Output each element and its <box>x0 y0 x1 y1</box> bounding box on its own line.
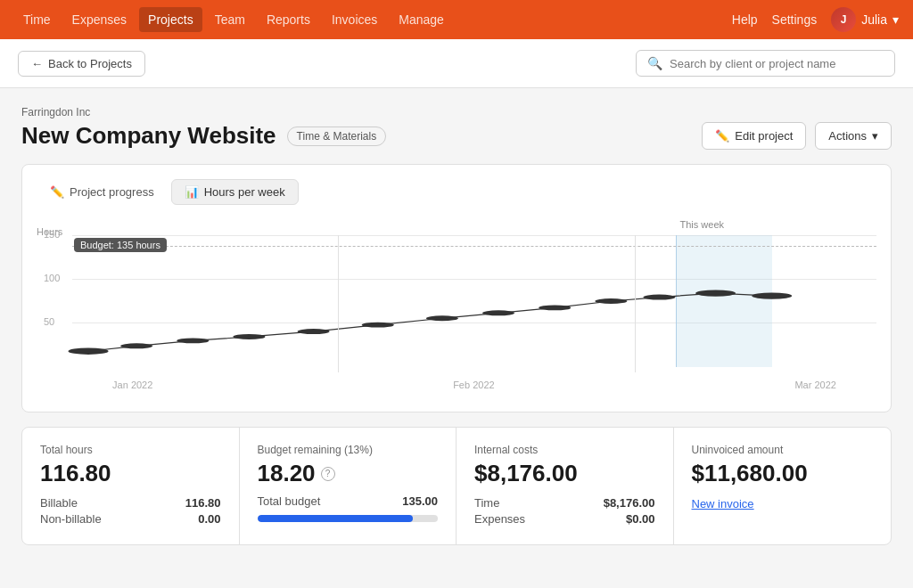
svg-point-5 <box>362 323 394 328</box>
x-label-feb: Feb 2022 <box>453 380 494 390</box>
stat-budget-remaining: Budget remaining (13%) 18.20 ? Total bud… <box>240 428 457 544</box>
non-billable-row: Non-billable 0.00 <box>40 512 221 526</box>
nav-right-controls: Help Settings J Julia ▾ <box>732 7 899 32</box>
chart-card: ✏️ Project progress 📊 Hours per week Hou… <box>21 164 892 412</box>
search-icon: 🔍 <box>647 56 662 70</box>
search-input[interactable] <box>670 57 884 70</box>
uninvoiced-label: Uninvoiced amount <box>692 444 874 456</box>
search-box[interactable]: 🔍 <box>636 50 895 77</box>
nav-item-reports[interactable]: Reports <box>258 7 319 32</box>
total-hours-value: 116.80 <box>40 460 221 487</box>
svg-point-9 <box>595 298 627 304</box>
chart-area: Hours 150 100 50 This week <box>37 219 876 397</box>
svg-point-3 <box>233 334 265 339</box>
expenses-row: Expenses $0.00 <box>474 512 655 526</box>
svg-point-8 <box>539 305 571 310</box>
budget-remaining-label: Budget remaining (13%) <box>258 444 439 456</box>
svg-point-2 <box>177 338 209 343</box>
back-label: Back to Projects <box>48 57 132 70</box>
nav-item-manage[interactable]: Manage <box>390 7 453 32</box>
stats-row: Total hours 116.80 Billable 116.80 Non-b… <box>21 427 892 545</box>
svg-point-7 <box>482 310 514 315</box>
bar-chart-icon: 📊 <box>185 185 199 199</box>
budget-progress-bar <box>258 515 439 522</box>
internal-costs-value: $8,176.00 <box>474 460 655 487</box>
svg-point-0 <box>68 348 108 355</box>
uninvoiced-value: $11,680.00 <box>692 460 874 487</box>
top-navigation: Time Expenses Projects Team Reports Invo… <box>0 0 913 39</box>
svg-point-6 <box>426 315 458 321</box>
nav-item-expenses[interactable]: Expenses <box>63 7 136 32</box>
user-menu[interactable]: J Julia ▾ <box>831 7 899 32</box>
total-hours-label: Total hours <box>40 444 221 456</box>
project-title-row: New Company Website Time & Materials ✏️ … <box>21 122 892 150</box>
svg-point-11 <box>695 290 736 296</box>
user-name: Julia <box>861 12 887 27</box>
pencil-icon: ✏️ <box>715 129 729 143</box>
stat-internal-costs: Internal costs $8,176.00 Time $8,176.00 … <box>456 428 674 544</box>
main-content: Farringdon Inc New Company Website Time … <box>0 88 913 563</box>
svg-point-10 <box>643 295 675 300</box>
project-actions: ✏️ Edit project Actions ▾ <box>702 122 892 150</box>
internal-costs-label: Internal costs <box>474 444 655 456</box>
x-label-jan: Jan 2022 <box>112 380 152 390</box>
this-week-label: This week <box>680 219 725 230</box>
nav-item-projects[interactable]: Projects <box>139 7 202 32</box>
help-link[interactable]: Help <box>732 12 758 27</box>
nav-item-team[interactable]: Team <box>206 7 254 32</box>
arrow-left-icon: ← <box>31 57 43 70</box>
x-divider-1 <box>338 235 339 372</box>
svg-point-12 <box>752 292 792 298</box>
avatar: J <box>831 7 856 32</box>
project-title: New Company Website <box>21 122 276 150</box>
budget-remaining-value: 18.20 <box>258 460 316 487</box>
chevron-down-icon: ▾ <box>892 12 899 27</box>
billable-row: Billable 116.80 <box>40 496 221 510</box>
client-name: Farringdon Inc <box>21 106 892 118</box>
settings-link[interactable]: Settings <box>772 12 818 27</box>
tab-hours-per-week[interactable]: 📊 Hours per week <box>171 179 299 205</box>
stat-uninvoiced: Uninvoiced amount $11,680.00 New invoice <box>674 428 892 544</box>
back-to-projects-button[interactable]: ← Back to Projects <box>18 51 145 77</box>
x-divider-2 <box>635 235 636 372</box>
tab-project-progress[interactable]: ✏️ Project progress <box>37 179 168 205</box>
sub-header: ← Back to Projects 🔍 <box>0 39 913 88</box>
chevron-down-icon: ▾ <box>872 129 878 143</box>
grid-label-50: 50 <box>44 316 54 327</box>
grid-label-100: 100 <box>44 273 60 283</box>
x-label-mar: Mar 2022 <box>794 380 835 390</box>
progress-fill <box>258 515 413 522</box>
budget-value-row: 18.20 ? <box>258 460 439 487</box>
total-budget-row: Total budget 135.00 <box>258 494 439 508</box>
chart-line-svg <box>72 235 876 367</box>
chart-tabs: ✏️ Project progress 📊 Hours per week <box>37 179 876 205</box>
project-type-tag: Time & Materials <box>287 127 387 146</box>
project-header: Farringdon Inc New Company Website Time … <box>21 106 892 150</box>
edit-project-button[interactable]: ✏️ Edit project <box>702 122 806 150</box>
stat-total-hours: Total hours 116.80 Billable 116.80 Non-b… <box>22 428 240 544</box>
svg-point-4 <box>298 329 330 334</box>
pencil-icon-small: ✏️ <box>50 185 64 199</box>
svg-point-1 <box>120 343 152 348</box>
nav-item-time[interactable]: Time <box>14 7 60 32</box>
budget-help-icon[interactable]: ? <box>321 467 335 481</box>
grid-label-150: 150 <box>44 229 60 240</box>
actions-button[interactable]: Actions ▾ <box>815 122 892 150</box>
nav-links: Time Expenses Projects Team Reports Invo… <box>14 7 453 32</box>
nav-item-invoices[interactable]: Invoices <box>323 7 386 32</box>
new-invoice-link[interactable]: New invoice <box>692 497 754 510</box>
project-title-left: New Company Website Time & Materials <box>21 122 386 150</box>
time-cost-row: Time $8,176.00 <box>474 496 655 510</box>
